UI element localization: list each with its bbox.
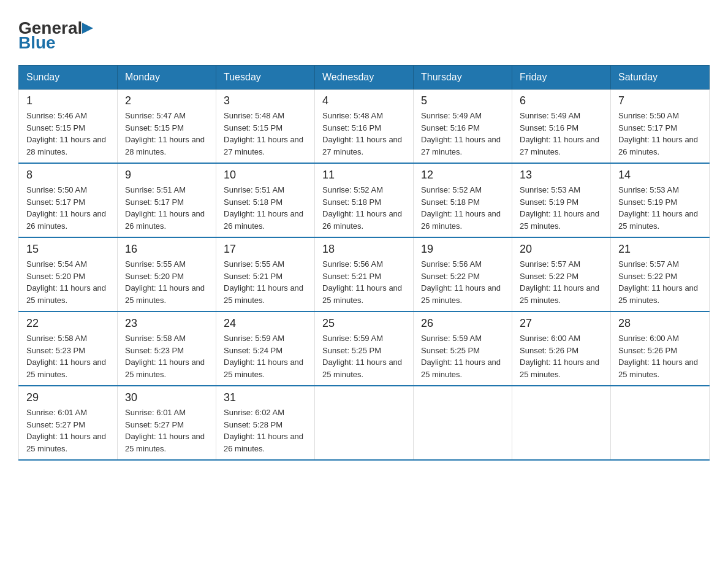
day-number: 17 — [224, 243, 307, 256]
day-info: Sunrise: 5:58 AMSunset: 5:23 PMDaylight:… — [26, 332, 110, 380]
day-info: Sunrise: 5:57 AMSunset: 5:22 PMDaylight:… — [618, 258, 702, 306]
calendar-cell — [512, 386, 611, 460]
day-info: Sunrise: 5:58 AMSunset: 5:23 PMDaylight:… — [125, 332, 208, 380]
day-info: Sunrise: 5:55 AMSunset: 5:21 PMDaylight:… — [224, 258, 307, 306]
day-number: 26 — [421, 317, 504, 330]
calendar-cell: 19Sunrise: 5:56 AMSunset: 5:22 PMDayligh… — [414, 237, 512, 312]
svg-marker-0 — [82, 23, 93, 34]
weekday-header-tuesday: Tuesday — [216, 66, 315, 90]
day-number: 23 — [125, 317, 208, 330]
day-number: 1 — [26, 94, 110, 107]
day-info: Sunrise: 5:55 AMSunset: 5:20 PMDaylight:… — [125, 258, 208, 306]
calendar-cell: 11Sunrise: 5:52 AMSunset: 5:18 PMDayligh… — [315, 163, 414, 237]
day-number: 30 — [125, 391, 208, 404]
calendar-cell: 16Sunrise: 5:55 AMSunset: 5:20 PMDayligh… — [118, 237, 216, 312]
calendar-cell: 29Sunrise: 6:01 AMSunset: 5:27 PMDayligh… — [19, 386, 118, 460]
day-number: 29 — [26, 391, 110, 404]
weekday-header-thursday: Thursday — [414, 66, 512, 90]
day-info: Sunrise: 6:00 AMSunset: 5:26 PMDaylight:… — [520, 332, 603, 380]
day-number: 3 — [224, 94, 307, 107]
day-number: 5 — [421, 94, 504, 107]
day-number: 2 — [125, 94, 208, 107]
day-number: 13 — [520, 169, 603, 182]
calendar-cell: 4Sunrise: 5:48 AMSunset: 5:16 PMDaylight… — [315, 90, 414, 164]
day-number: 21 — [618, 243, 702, 256]
calendar-cell: 15Sunrise: 5:54 AMSunset: 5:20 PMDayligh… — [19, 237, 118, 312]
day-info: Sunrise: 5:59 AMSunset: 5:24 PMDaylight:… — [224, 332, 307, 380]
weekday-header-monday: Monday — [118, 66, 216, 90]
weekday-header-saturday: Saturday — [611, 66, 710, 90]
day-info: Sunrise: 6:01 AMSunset: 5:27 PMDaylight:… — [125, 407, 208, 454]
calendar-cell: 7Sunrise: 5:50 AMSunset: 5:17 PMDaylight… — [611, 90, 710, 164]
calendar-cell: 23Sunrise: 5:58 AMSunset: 5:23 PMDayligh… — [118, 312, 216, 386]
logo: General Blue — [18, 18, 93, 53]
calendar-cell: 25Sunrise: 5:59 AMSunset: 5:25 PMDayligh… — [315, 312, 414, 386]
day-info: Sunrise: 5:56 AMSunset: 5:21 PMDaylight:… — [322, 258, 406, 306]
calendar-cell: 30Sunrise: 6:01 AMSunset: 5:27 PMDayligh… — [118, 386, 216, 460]
calendar-cell: 20Sunrise: 5:57 AMSunset: 5:22 PMDayligh… — [512, 237, 611, 312]
calendar-cell: 6Sunrise: 5:49 AMSunset: 5:16 PMDaylight… — [512, 90, 611, 164]
day-info: Sunrise: 5:53 AMSunset: 5:19 PMDaylight:… — [618, 184, 702, 232]
day-number: 19 — [421, 243, 504, 256]
day-number: 12 — [421, 169, 504, 182]
day-info: Sunrise: 5:50 AMSunset: 5:17 PMDaylight:… — [618, 110, 702, 158]
day-info: Sunrise: 6:02 AMSunset: 5:28 PMDaylight:… — [224, 407, 307, 454]
day-info: Sunrise: 5:48 AMSunset: 5:16 PMDaylight:… — [322, 110, 406, 158]
day-number: 14 — [618, 169, 702, 182]
calendar-cell: 9Sunrise: 5:51 AMSunset: 5:17 PMDaylight… — [118, 163, 216, 237]
day-info: Sunrise: 5:52 AMSunset: 5:18 PMDaylight:… — [421, 184, 504, 232]
calendar-cell — [611, 386, 710, 460]
calendar-cell: 26Sunrise: 5:59 AMSunset: 5:25 PMDayligh… — [414, 312, 512, 386]
weekday-header-sunday: Sunday — [19, 66, 118, 90]
day-number: 10 — [224, 169, 307, 182]
day-number: 20 — [520, 243, 603, 256]
calendar-cell: 28Sunrise: 6:00 AMSunset: 5:26 PMDayligh… — [611, 312, 710, 386]
calendar-cell: 13Sunrise: 5:53 AMSunset: 5:19 PMDayligh… — [512, 163, 611, 237]
calendar-week-row: 1Sunrise: 5:46 AMSunset: 5:15 PMDaylight… — [19, 90, 710, 164]
calendar-week-row: 29Sunrise: 6:01 AMSunset: 5:27 PMDayligh… — [19, 386, 710, 460]
day-number: 7 — [618, 94, 702, 107]
calendar-cell: 17Sunrise: 5:55 AMSunset: 5:21 PMDayligh… — [216, 237, 315, 312]
calendar-cell: 12Sunrise: 5:52 AMSunset: 5:18 PMDayligh… — [414, 163, 512, 237]
day-number: 6 — [520, 94, 603, 107]
day-number: 25 — [322, 317, 406, 330]
day-info: Sunrise: 5:51 AMSunset: 5:17 PMDaylight:… — [125, 184, 208, 232]
calendar-cell: 27Sunrise: 6:00 AMSunset: 5:26 PMDayligh… — [512, 312, 611, 386]
day-info: Sunrise: 5:56 AMSunset: 5:22 PMDaylight:… — [421, 258, 504, 306]
day-number: 4 — [322, 94, 406, 107]
calendar-cell: 8Sunrise: 5:50 AMSunset: 5:17 PMDaylight… — [19, 163, 118, 237]
page-header: General Blue — [18, 18, 710, 53]
calendar-week-row: 22Sunrise: 5:58 AMSunset: 5:23 PMDayligh… — [19, 312, 710, 386]
calendar-cell: 5Sunrise: 5:49 AMSunset: 5:16 PMDaylight… — [414, 90, 512, 164]
day-info: Sunrise: 5:47 AMSunset: 5:15 PMDaylight:… — [125, 110, 208, 158]
day-number: 8 — [26, 169, 110, 182]
logo-arrow-icon — [82, 23, 93, 34]
day-info: Sunrise: 5:50 AMSunset: 5:17 PMDaylight:… — [26, 184, 110, 232]
calendar-week-row: 8Sunrise: 5:50 AMSunset: 5:17 PMDaylight… — [19, 163, 710, 237]
calendar-week-row: 15Sunrise: 5:54 AMSunset: 5:20 PMDayligh… — [19, 237, 710, 312]
day-number: 22 — [26, 317, 110, 330]
day-number: 9 — [125, 169, 208, 182]
calendar-cell: 22Sunrise: 5:58 AMSunset: 5:23 PMDayligh… — [19, 312, 118, 386]
calendar-cell: 14Sunrise: 5:53 AMSunset: 5:19 PMDayligh… — [611, 163, 710, 237]
calendar-cell: 31Sunrise: 6:02 AMSunset: 5:28 PMDayligh… — [216, 386, 315, 460]
day-info: Sunrise: 5:59 AMSunset: 5:25 PMDaylight:… — [322, 332, 406, 380]
day-info: Sunrise: 5:54 AMSunset: 5:20 PMDaylight:… — [26, 258, 110, 306]
day-info: Sunrise: 5:52 AMSunset: 5:18 PMDaylight:… — [322, 184, 406, 232]
logo-blue-text: Blue — [18, 33, 56, 52]
day-info: Sunrise: 5:46 AMSunset: 5:15 PMDaylight:… — [26, 110, 110, 158]
calendar-cell: 21Sunrise: 5:57 AMSunset: 5:22 PMDayligh… — [611, 237, 710, 312]
day-info: Sunrise: 6:00 AMSunset: 5:26 PMDaylight:… — [618, 332, 702, 380]
day-number: 27 — [520, 317, 603, 330]
day-number: 31 — [224, 391, 307, 404]
calendar-table: SundayMondayTuesdayWednesdayThursdayFrid… — [18, 65, 710, 461]
day-info: Sunrise: 5:49 AMSunset: 5:16 PMDaylight:… — [520, 110, 603, 158]
day-info: Sunrise: 6:01 AMSunset: 5:27 PMDaylight:… — [26, 407, 110, 454]
day-number: 24 — [224, 317, 307, 330]
day-number: 15 — [26, 243, 110, 256]
weekday-header-wednesday: Wednesday — [315, 66, 414, 90]
calendar-cell: 3Sunrise: 5:48 AMSunset: 5:15 PMDaylight… — [216, 90, 315, 164]
calendar-cell: 10Sunrise: 5:51 AMSunset: 5:18 PMDayligh… — [216, 163, 315, 237]
calendar-header-row: SundayMondayTuesdayWednesdayThursdayFrid… — [19, 66, 710, 90]
day-number: 11 — [322, 169, 406, 182]
